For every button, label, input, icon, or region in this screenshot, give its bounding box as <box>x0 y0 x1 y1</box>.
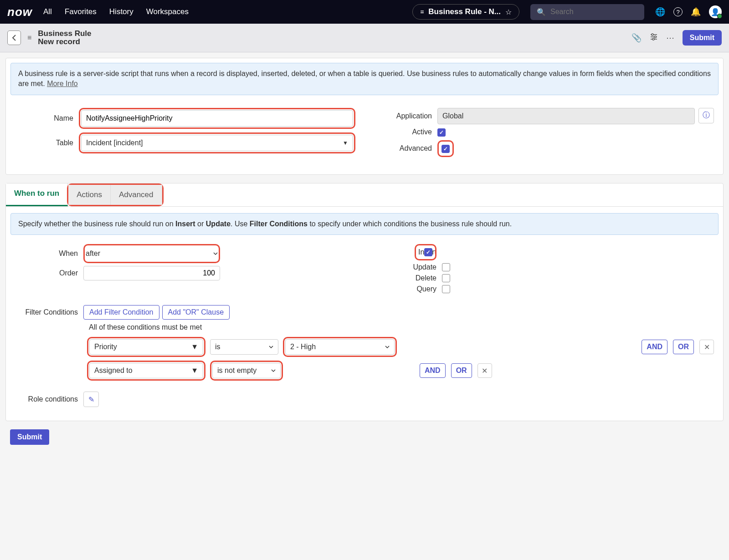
info-banner: A business rule is a server-side script … <box>10 63 719 95</box>
form-menu-icon[interactable]: ≡ <box>27 34 31 42</box>
cond-op-select[interactable]: is not empty <box>212 363 281 378</box>
advanced-checkbox[interactable] <box>442 145 450 153</box>
bell-icon[interactable]: 🔔 <box>691 7 701 17</box>
insert-checkbox[interactable] <box>424 248 432 256</box>
nav-workspaces[interactable]: Workspaces <box>146 7 189 16</box>
role-edit-button[interactable]: ✎ <box>83 392 99 407</box>
svg-point-1 <box>652 34 653 36</box>
logo: now <box>7 5 32 19</box>
table-select[interactable]: Incident [incident] ▼ <box>81 135 353 151</box>
breadcrumb-pill[interactable]: ≡ Business Rule - N... ☆ <box>412 4 519 20</box>
cond-remove-button[interactable]: ✕ <box>477 363 492 378</box>
nav-history[interactable]: History <box>109 7 133 16</box>
when-select[interactable]: after <box>86 246 218 261</box>
cond-or-button[interactable]: OR <box>451 363 472 378</box>
cond-or-button[interactable]: OR <box>673 340 694 354</box>
add-filter-button[interactable]: Add Filter Condition <box>83 305 159 320</box>
star-icon[interactable]: ☆ <box>505 8 512 16</box>
tabs: When to run Actions Advanced <box>6 183 723 207</box>
main: A business rule is a server-side script … <box>0 52 729 458</box>
tab-advanced[interactable]: Advanced <box>111 185 162 205</box>
active-checkbox[interactable] <box>437 128 446 137</box>
svg-point-3 <box>654 36 656 38</box>
conditions-all-text: All of these conditions must be met <box>89 323 714 331</box>
more-info-link[interactable]: More Info <box>47 80 78 87</box>
update-checkbox[interactable] <box>442 263 450 271</box>
order-input[interactable] <box>83 266 220 280</box>
chevron-down-icon <box>271 367 276 375</box>
query-checkbox[interactable] <box>442 285 450 293</box>
more-icon[interactable]: ⋯ <box>666 33 674 43</box>
globe-icon[interactable]: 🌐 <box>655 7 665 17</box>
query-label: Query <box>374 285 442 293</box>
chevron-down-icon <box>213 249 218 258</box>
caret-icon: ▼ <box>343 140 348 146</box>
tabs-panel: When to run Actions Advanced Specify whe… <box>5 183 724 421</box>
cond-and-button[interactable]: AND <box>420 363 446 378</box>
condition-row: Priority▼ is 2 - High AND OR ✕ <box>87 337 714 357</box>
nav-all[interactable]: All <box>43 7 52 16</box>
when-hint: Specify whether the business rule should… <box>10 213 719 235</box>
page-subtitle: New record <box>38 37 91 46</box>
page-title: Business Rule <box>38 29 91 38</box>
list-icon: ≡ <box>420 8 424 15</box>
chevron-down-icon <box>269 343 273 351</box>
application-label: Application <box>374 112 437 120</box>
add-or-button[interactable]: Add "OR" Clause <box>162 305 230 320</box>
tab-when-to-run[interactable]: When to run <box>6 183 68 206</box>
top-right-icons: 🌐 ? 🔔 👤 <box>655 5 722 18</box>
application-value: Global <box>437 108 695 124</box>
help-icon[interactable]: ? <box>673 7 683 16</box>
name-label: Name <box>15 114 79 122</box>
caret-icon: ▼ <box>191 367 198 375</box>
back-button[interactable] <box>7 31 21 45</box>
banner-text: A business rule is a server-side script … <box>18 70 711 87</box>
form-panel: A business rule is a server-side script … <box>5 58 724 175</box>
top-nav: All Favorites History Workspaces <box>43 7 189 16</box>
svg-point-5 <box>652 38 654 40</box>
submit-button-bottom[interactable]: Submit <box>10 429 49 445</box>
search-icon: 🔍 <box>537 8 546 16</box>
delete-checkbox[interactable] <box>442 274 450 282</box>
cond-field-select[interactable]: Assigned to▼ <box>89 363 203 378</box>
update-label: Update <box>374 263 442 271</box>
attachment-icon[interactable]: 📎 <box>631 33 642 43</box>
table-label: Table <box>15 139 79 147</box>
global-search[interactable]: 🔍 <box>530 4 644 20</box>
caret-icon: ▼ <box>191 343 198 351</box>
role-conditions-label: Role conditions <box>15 395 83 403</box>
name-input[interactable] <box>81 110 353 127</box>
nav-favorites[interactable]: Favorites <box>65 7 97 16</box>
tab-actions[interactable]: Actions <box>68 185 111 205</box>
form-header: ≡ Business Rule New record 📎 ⋯ Submit <box>0 24 729 52</box>
application-info-button[interactable]: ⓘ <box>698 108 714 123</box>
chevron-down-icon <box>385 343 390 351</box>
order-label: Order <box>15 269 83 277</box>
advanced-label: Advanced <box>374 144 437 153</box>
when-value: after <box>86 249 100 258</box>
settings-sliders-icon[interactable] <box>650 33 658 43</box>
search-input[interactable] <box>550 8 642 16</box>
delete-label: Delete <box>374 274 442 282</box>
active-label: Active <box>374 128 437 136</box>
when-label: When <box>15 249 83 258</box>
submit-button[interactable]: Submit <box>683 30 722 46</box>
table-value: Incident [incident] <box>86 139 143 147</box>
topbar: now All Favorites History Workspaces ≡ B… <box>0 0 729 24</box>
filter-conditions-label: Filter Conditions <box>15 308 83 316</box>
avatar[interactable]: 👤 <box>709 5 722 18</box>
cond-op-select[interactable]: is <box>210 339 278 355</box>
cond-field-select[interactable]: Priority▼ <box>89 339 203 355</box>
cond-and-button[interactable]: AND <box>642 340 667 354</box>
cond-value-select[interactable]: 2 - High <box>285 339 395 355</box>
pill-text: Business Rule - N... <box>428 7 501 16</box>
condition-row: Assigned to▼ is not empty AND OR ✕ <box>87 361 714 381</box>
cond-remove-button[interactable]: ✕ <box>699 340 714 354</box>
title-block: Business Rule New record <box>38 29 91 46</box>
